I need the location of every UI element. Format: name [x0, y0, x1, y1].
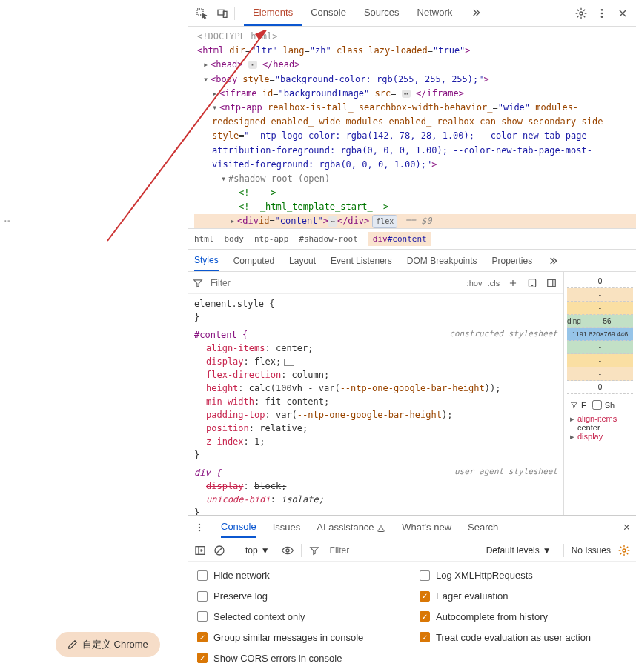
styles-tab-dom-bp[interactable]: DOM Breakpoints: [407, 251, 477, 270]
console-option[interactable]: Hide network: [197, 569, 405, 582]
svg-point-14: [199, 526, 200, 528]
css-rules[interactable]: element.style { } #content {constructed …: [188, 294, 563, 515]
dom-head[interactable]: ▸<head> ⋯ </head>: [194, 58, 636, 72]
dom-tree[interactable]: <!DOCTYPE html> <html dir="ltr" lang="zh…: [188, 27, 636, 228]
css-property[interactable]: flex-direction: column;: [194, 368, 557, 382]
tab-console[interactable]: Console: [302, 0, 355, 26]
dom-body[interactable]: ▾<body style="background-color: rgb(255,…: [194, 73, 636, 87]
context-select[interactable]: top ▼: [241, 544, 274, 557]
checkbox-icon[interactable]: ✓: [197, 632, 208, 642]
drawer-tab-ai[interactable]: AI assistance: [317, 522, 385, 533]
styles-tab-props[interactable]: Properties: [492, 251, 533, 270]
toggle-icon[interactable]: ▾: [221, 172, 228, 186]
tab-sources[interactable]: Sources: [355, 0, 408, 26]
console-option[interactable]: ✓Treat code evaluation as user action: [420, 631, 627, 644]
css-property[interactable]: position: relative;: [194, 422, 557, 435]
console-option[interactable]: ✓Show CORS errors in console: [197, 651, 405, 665]
breadcrumb-item[interactable]: html: [194, 234, 214, 244]
dom-comment[interactable]: <!---->: [194, 186, 636, 200]
kebab-icon[interactable]: [593, 4, 611, 22]
breadcrumb-item-active[interactable]: div#content: [368, 232, 431, 246]
console-option[interactable]: Preserve log: [197, 590, 405, 603]
new-rule-icon[interactable]: [506, 276, 520, 290]
show-all-checkbox[interactable]: [592, 400, 602, 410]
div-rule[interactable]: div {user agent stylesheet display: bloc…: [194, 466, 557, 515]
eye-icon[interactable]: [282, 545, 294, 556]
console-option[interactable]: ✓Autocomplete from history: [420, 611, 627, 624]
checkbox-icon[interactable]: ✓: [420, 611, 430, 622]
console-settings-icon[interactable]: [618, 545, 630, 556]
close-icon[interactable]: [614, 4, 632, 22]
dom-comment[interactable]: <!--_html_template_start_-->: [194, 200, 636, 214]
css-property[interactable]: display: block;: [194, 479, 557, 493]
hov-toggle[interactable]: :hov: [467, 276, 482, 290]
dom-doctype[interactable]: <!DOCTYPE html>: [194, 30, 636, 44]
console-filter-input[interactable]: [327, 542, 431, 559]
no-issues-label[interactable]: No Issues: [572, 545, 611, 556]
console-option[interactable]: Log XMLHttpRequests: [420, 569, 627, 582]
checkbox-icon[interactable]: ✓: [420, 632, 430, 642]
drawer-kebab-icon[interactable]: [194, 522, 205, 533]
css-property[interactable]: min-width: fit-content;: [194, 395, 557, 408]
drawer-tab-search[interactable]: Search: [468, 522, 498, 533]
css-property[interactable]: height: calc(100vh - var(--ntp-one-googl…: [194, 382, 557, 395]
clear-console-icon[interactable]: [213, 545, 225, 556]
element-style-rule[interactable]: element.style { }: [194, 297, 557, 324]
console-option[interactable]: ✓Eager evaluation: [420, 590, 627, 603]
dom-selected-div[interactable]: ⋯ ▸<div id="content"> ⋯ </div>flex== $0: [194, 214, 636, 228]
styles-tab-layout[interactable]: Layout: [289, 251, 316, 270]
inspect-icon[interactable]: [193, 4, 211, 22]
toggle-icon[interactable]: ▾: [203, 73, 211, 87]
toggle-icon[interactable]: ▸: [212, 87, 219, 101]
dom-iframe[interactable]: ▸<iframe id="backgroundImage" src= ⋯ </i…: [194, 87, 636, 101]
console-option[interactable]: Selected context only: [197, 611, 405, 624]
drawer-tab-console[interactable]: Console: [221, 516, 256, 538]
css-property[interactable]: display: flex;: [194, 355, 557, 368]
css-property[interactable]: z-index: 1;: [194, 435, 557, 448]
device-toggle-icon[interactable]: [213, 4, 231, 22]
css-property[interactable]: unicode-bidi: isolate;: [194, 493, 557, 506]
computed-prop[interactable]: display: [570, 432, 630, 441]
tab-network[interactable]: Network: [408, 0, 462, 26]
flex-badge[interactable]: flex: [372, 215, 397, 228]
dom-shadow-root[interactable]: ▾#shadow-root (open): [194, 172, 636, 186]
settings-icon[interactable]: [572, 4, 590, 22]
console-option[interactable]: ✓Group similar messages in console: [197, 631, 405, 644]
tab-more-icon[interactable]: [461, 0, 491, 26]
panel-icon[interactable]: [544, 276, 559, 290]
computed-filter[interactable]: F: [581, 401, 586, 410]
checkbox-icon[interactable]: [197, 591, 208, 602]
sidebar-toggle-icon[interactable]: [194, 545, 206, 556]
toggle-icon[interactable]: ▸: [230, 214, 237, 228]
device-icon[interactable]: [525, 276, 540, 290]
toggle-icon[interactable]: ▾: [212, 101, 219, 115]
cls-toggle[interactable]: .cls: [486, 276, 501, 290]
levels-select[interactable]: Default levels ▼: [482, 544, 556, 557]
computed-prop[interactable]: align-items: [570, 414, 630, 423]
breadcrumb-item[interactable]: #shadow-root: [299, 234, 357, 244]
styles-tab-more-icon[interactable]: [547, 250, 559, 271]
checkbox-icon[interactable]: ✓: [197, 653, 208, 663]
checkbox-icon[interactable]: [420, 570, 430, 581]
drawer-tab-whatsnew[interactable]: What's new: [402, 522, 451, 533]
content-rule[interactable]: #content {constructed stylesheet align-i…: [194, 328, 557, 462]
dom-ntp-app[interactable]: ▾<ntp-app realbox-is-tall_ searchbox-wid…: [194, 101, 636, 172]
styles-filter-input[interactable]: [208, 275, 463, 291]
checkbox-icon[interactable]: [197, 570, 208, 581]
breadcrumb-item[interactable]: ntp-app: [254, 234, 288, 244]
styles-tab-listeners[interactable]: Event Listeners: [331, 251, 392, 270]
styles-tab-computed[interactable]: Computed: [233, 251, 274, 270]
styles-tab-styles[interactable]: Styles: [194, 250, 219, 271]
customize-chrome-button[interactable]: 自定义 Chrome: [56, 632, 160, 657]
drawer-tab-issues[interactable]: Issues: [273, 522, 301, 533]
drawer-close-icon[interactable]: ×: [623, 521, 630, 534]
css-property[interactable]: align-items: center;: [194, 342, 557, 355]
toggle-icon[interactable]: ▸: [203, 58, 211, 72]
dom-html[interactable]: <html dir="ltr" lang="zh" class lazy-loa…: [194, 44, 636, 58]
checkbox-icon[interactable]: ✓: [420, 591, 430, 602]
checkbox-icon[interactable]: [197, 611, 208, 622]
tab-elements[interactable]: Elements: [244, 0, 302, 26]
breadcrumb-item[interactable]: body: [225, 234, 245, 244]
flex-editor-icon[interactable]: [284, 359, 294, 366]
css-property[interactable]: padding-top: var(--ntp-one-google-bar-he…: [194, 408, 557, 422]
